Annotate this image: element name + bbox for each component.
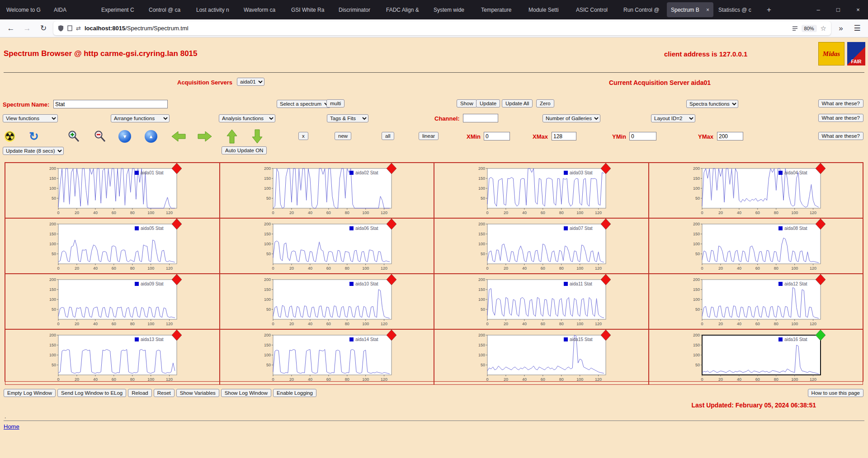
zoom-out-icon[interactable] [93,129,107,144]
minimize-icon[interactable]: – [808,0,828,19]
refresh-icon[interactable]: ↻ [29,129,39,144]
browser-tab[interactable]: Spectrum B× [667,2,713,17]
spectrum-panel[interactable]: 50100150200020406080100120aida04 Stat [649,163,863,218]
browser-tab[interactable]: Waveform ca [240,2,286,17]
home-link[interactable]: Home [4,423,19,430]
arrow-up-icon[interactable] [224,129,240,144]
analysis-functions-select[interactable]: Analysis functions [219,114,275,122]
auto-update-button[interactable]: Auto Update ON [222,146,267,154]
browser-tab[interactable]: FADC Align & [382,2,429,17]
browser-tab[interactable]: ASIC Control [572,2,618,17]
browser-tab[interactable]: Run Control @ [619,2,666,17]
midas-logo[interactable]: Midas [818,42,844,65]
ymax-input[interactable] [717,132,743,140]
overflow-menu-icon[interactable]: » [835,22,847,35]
xmax-input[interactable] [552,132,576,140]
spectrum-panel[interactable]: 50100150200020406080100120aida11 Stat [434,274,649,329]
browser-tab[interactable]: Experiment C [97,2,144,17]
maximize-icon[interactable]: □ [828,0,848,19]
spectrum-panel[interactable]: 50100150200020406080100120aida08 Stat [649,218,863,274]
linear-button[interactable]: linear [419,132,439,140]
spectrum-panel[interactable]: 50100150200020406080100120aida03 Stat [434,163,649,218]
all-button[interactable]: all [382,132,394,140]
blue-sphere-up-icon[interactable]: ▲ [145,129,157,144]
spectrum-panel[interactable]: 50100150200020406080100120aida05 Stat [5,218,220,274]
spectrum-panel[interactable]: 50100150200020406080100120aida02 Stat [220,163,434,218]
update-rate-select[interactable]: Update Rate (8 secs) [3,147,64,155]
spectrum-panel[interactable]: 50100150200020406080100120aida06 Stat [220,218,434,274]
shield-icon[interactable] [58,25,64,32]
url-text[interactable]: localhost:8015/Spectrum/Spectrum.tml [85,25,788,32]
x-button[interactable]: x [298,132,308,140]
show-log-window-button[interactable]: Show Log Window [221,389,271,397]
spectra-functions-select[interactable]: Spectra functions [686,100,738,108]
browser-tab[interactable]: Lost activity n [192,2,239,17]
multi-button[interactable]: multi [326,99,344,107]
tab-close-icon[interactable]: × [706,7,709,13]
zoom-level-badge[interactable]: 80% [802,25,817,32]
forward-button[interactable]: → [21,22,33,35]
show-variables-button[interactable]: Show Variables [176,389,219,397]
what-are-these-button[interactable]: What are these? [818,99,863,107]
blue-sphere-down-icon[interactable]: ▼ [118,129,131,144]
tags-fits-select[interactable]: Tags & Fits [327,114,368,122]
xmin-input[interactable] [484,132,510,140]
spectrum-panel[interactable]: 50100150200020406080100120aida10 Stat [220,274,434,329]
layout-id-select[interactable]: Layout ID=2 [651,114,695,122]
new-tab-button[interactable]: + [761,5,777,14]
browser-tab[interactable]: AIDA [50,2,96,17]
ymin-input[interactable] [629,132,656,140]
browser-tab[interactable]: Discriminator [335,2,381,17]
channel-input[interactable] [463,114,498,122]
select-a-spectrum-select[interactable]: Select a spectrum [277,100,330,108]
show-button[interactable]: Show [457,99,477,107]
browser-tab[interactable]: Temperature [477,2,524,17]
enable-logging-button[interactable]: Enable Logging [273,389,316,397]
close-icon[interactable]: × [848,0,868,19]
spectrum-panel[interactable]: 50100150200020406080100120aida09 Stat [5,274,220,329]
reload-button[interactable]: ↻ [37,22,50,35]
spectrum-panel[interactable]: 50100150200020406080100120aida14 Stat [220,329,434,385]
browser-tab[interactable]: GSI White Ra [287,2,334,17]
connection-swap-icon[interactable]: ⇄ [76,25,81,32]
browser-tab[interactable]: Welcome to G [2,2,49,17]
arrow-down-icon[interactable] [250,129,265,144]
back-button[interactable]: ← [5,22,17,35]
browser-tab[interactable]: Module Setti [524,2,571,17]
update-all-button[interactable]: Update All [502,99,533,107]
fair-logo[interactable]: FAIR [847,42,865,65]
number-of-galleries-select[interactable]: Number of Galleries [542,114,600,122]
what-are-these-button[interactable]: What are these? [818,114,863,122]
browser-tab[interactable]: Statistics @ c [714,2,761,17]
reset-button[interactable]: Reset [154,389,175,397]
how-to-use-button[interactable]: How to use this page [808,389,863,397]
hamburger-menu-icon[interactable]: ☰ [851,22,863,35]
spectrum-panel[interactable]: 50100150200020406080100120aida13 Stat [5,329,220,385]
spectrum-panel[interactable]: 50100150200020406080100120aida12 Stat [649,274,863,329]
arrow-left-icon[interactable] [171,129,186,144]
spectrum-panel[interactable]: 50100150200020406080100120aida16 Stat [649,329,863,385]
new-button[interactable]: new [335,132,351,140]
spectrum-panel[interactable]: 50100150200020406080100120aida01 Stat [5,163,220,218]
zero-button[interactable]: Zero [536,99,554,107]
send-log-window-to-elog-button[interactable]: Send Log Window to ELog [57,389,126,397]
what-are-these-button[interactable]: What are these? [818,132,863,140]
reload-button[interactable]: Reload [128,389,151,397]
reader-mode-icon[interactable] [792,26,798,31]
spectrum-panel[interactable]: 50100150200020406080100120aida15 Stat [434,329,649,385]
browser-tab[interactable]: Control @ ca [145,2,191,17]
bookmark-star-icon[interactable]: ☆ [821,24,826,33]
view-functions-select[interactable]: View functions [3,114,58,122]
empty-log-window-button[interactable]: Empty Log Window [4,389,56,397]
arrange-functions-select[interactable]: Arrange functions [111,114,170,122]
acquisition-server-select[interactable]: aida01 [237,78,264,86]
browser-tab[interactable]: System wide [429,2,476,17]
url-bar[interactable]: ⇄ localhost:8015/Spectrum/Spectrum.tml 8… [53,21,831,35]
spectrum-panel[interactable]: 50100150200020406080100120aida07 Stat [434,218,649,274]
svg-text:20: 20 [75,322,79,326]
arrow-right-icon[interactable] [197,129,212,144]
spectrum-name-input[interactable] [53,100,168,108]
update-button[interactable]: Update [476,99,500,107]
zoom-in-icon[interactable] [67,129,80,144]
radiation-icon[interactable]: ☢ [5,129,15,144]
